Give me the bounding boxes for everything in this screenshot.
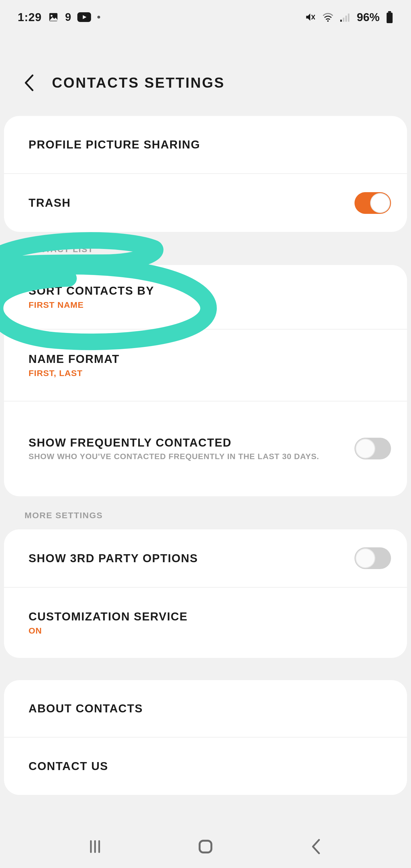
svg-rect-11	[388, 11, 391, 12]
setting-description: SHOW WHO YOU'VE CONTACTED FREQUENTLY IN …	[29, 452, 319, 461]
picture-icon	[48, 12, 59, 23]
setting-name-format[interactable]: NAME FORMAT FIRST, LAST	[4, 330, 407, 401]
setting-title: NAME FORMAT	[29, 352, 120, 366]
svg-rect-8	[343, 18, 344, 22]
status-battery-pct: 96%	[357, 11, 380, 24]
nav-back-button[interactable]	[305, 835, 327, 858]
settings-group-more: SHOW 3RD PARTY OPTIONS CUSTOMIZATION SER…	[4, 529, 407, 658]
system-nav-bar	[0, 825, 411, 868]
mute-icon	[305, 12, 316, 23]
settings-group-contact-list: SORT CONTACTS BY FIRST NAME NAME FORMAT …	[4, 265, 407, 496]
third-party-toggle[interactable]	[354, 547, 391, 569]
setting-customization-service[interactable]: CUSTOMIZATION SERVICE ON	[4, 588, 407, 658]
setting-value: FIRST, LAST	[29, 368, 120, 378]
svg-point-6	[327, 20, 328, 22]
setting-title: PROFILE PICTURE SHARING	[29, 138, 200, 151]
setting-sort-contacts-by[interactable]: SORT CONTACTS BY FIRST NAME	[4, 265, 407, 330]
page-title: CONTACTS SETTINGS	[52, 74, 225, 91]
trash-toggle[interactable]	[354, 192, 391, 214]
svg-rect-7	[340, 20, 342, 22]
status-clock: 1:29	[18, 11, 42, 24]
setting-show-3rd-party-options[interactable]: SHOW 3RD PARTY OPTIONS	[4, 529, 407, 588]
section-caption-contact-list: CONTACT LIST	[25, 244, 94, 254]
page-header: CONTACTS SETTINGS	[0, 66, 411, 100]
setting-about-contacts[interactable]: ABOUT CONTACTS	[4, 680, 407, 738]
setting-title: CONTACT US	[29, 760, 108, 773]
settings-group-general: PROFILE PICTURE SHARING TRASH	[4, 116, 407, 232]
svg-point-1	[51, 15, 53, 17]
status-bar: 1:29 9 96%	[0, 0, 411, 34]
home-button[interactable]	[194, 835, 217, 858]
frequently-contacted-toggle[interactable]	[354, 438, 391, 459]
setting-value: FIRST NAME	[29, 300, 154, 310]
setting-title: SHOW FREQUENTLY CONTACTED	[29, 436, 319, 449]
svg-rect-9	[345, 16, 347, 22]
setting-value: ON	[29, 626, 188, 636]
back-button[interactable]	[22, 76, 36, 90]
setting-trash[interactable]: TRASH	[4, 174, 407, 232]
youtube-icon	[77, 12, 91, 22]
more-notifications-dot-icon	[97, 16, 100, 19]
signal-icon	[340, 12, 350, 22]
svg-rect-16	[199, 841, 211, 852]
wifi-icon	[322, 12, 334, 22]
setting-show-frequently-contacted[interactable]: SHOW FREQUENTLY CONTACTED SHOW WHO YOU'V…	[4, 401, 407, 496]
settings-group-info: ABOUT CONTACTS CONTACT US	[4, 680, 407, 795]
setting-title: SHOW 3RD PARTY OPTIONS	[29, 552, 198, 565]
recents-button[interactable]	[84, 835, 106, 858]
section-caption-more-settings: MORE SETTINGS	[25, 510, 103, 520]
setting-title: TRASH	[29, 196, 71, 209]
setting-profile-picture-sharing[interactable]: PROFILE PICTURE SHARING	[4, 116, 407, 174]
svg-rect-12	[387, 12, 393, 23]
setting-title: ABOUT CONTACTS	[29, 702, 143, 715]
battery-icon	[386, 11, 393, 23]
notification-count: 9	[65, 11, 71, 23]
setting-title: CUSTOMIZATION SERVICE	[29, 610, 188, 623]
setting-contact-us[interactable]: CONTACT US	[4, 738, 407, 795]
setting-title: SORT CONTACTS BY	[29, 284, 154, 297]
svg-rect-10	[348, 14, 349, 22]
